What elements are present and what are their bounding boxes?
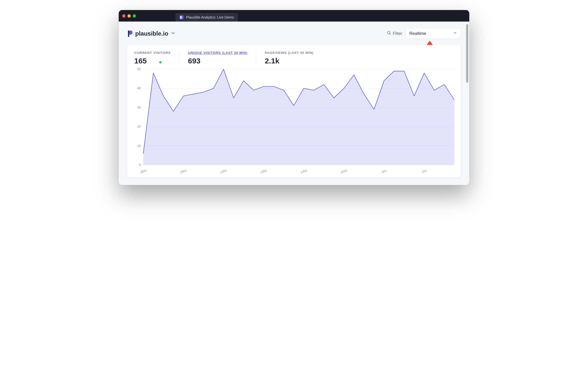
live-indicator-icon xyxy=(159,61,162,63)
svg-text:-10m: -10m xyxy=(339,168,348,174)
filter-label: Filter xyxy=(393,31,402,36)
maximize-window-button[interactable] xyxy=(133,14,136,18)
stat-label: CURRENT VISITORS xyxy=(134,51,171,55)
chevron-down-icon xyxy=(171,31,175,36)
stat-value: 2.1k xyxy=(265,57,314,65)
svg-text:-18m: -18m xyxy=(259,168,267,174)
date-range-select[interactable]: Realtime xyxy=(406,28,461,39)
stat-current-visitors[interactable]: CURRENT VISITORS 165 xyxy=(133,51,179,65)
svg-text:-6m: -6m xyxy=(380,169,387,174)
site-name: plausible.io xyxy=(135,30,168,37)
minimize-window-button[interactable] xyxy=(127,14,131,18)
realtime-chart: 01020304050-30m-26m-22m-18m-14m-10m-6m-2… xyxy=(133,68,455,175)
svg-line-1 xyxy=(390,34,391,34)
plausible-favicon-icon xyxy=(180,15,184,19)
chevron-down-icon xyxy=(453,31,457,36)
stat-label: PAGEVIEWS (LAST 30 MIN) xyxy=(265,51,314,55)
filter-button[interactable]: Filter xyxy=(387,31,402,36)
svg-text:-14m: -14m xyxy=(299,168,308,174)
dashboard-header: plausible.io Filter Realtime xyxy=(127,28,461,39)
svg-text:-22m: -22m xyxy=(219,168,227,174)
scrollbar-thumb[interactable] xyxy=(466,24,468,83)
header-controls: Filter Realtime xyxy=(387,28,461,39)
plausible-logo-icon xyxy=(127,30,133,37)
browser-window: Plausible Analytics: Live Demo plausible… xyxy=(119,10,469,185)
svg-text:-26m: -26m xyxy=(179,168,187,174)
date-range-label: Realtime xyxy=(409,31,426,36)
svg-text:20: 20 xyxy=(137,125,141,128)
browser-tab[interactable]: Plausible Analytics: Live Demo xyxy=(176,13,238,22)
svg-text:-2m: -2m xyxy=(420,169,427,174)
svg-text:40: 40 xyxy=(137,86,141,90)
svg-marker-16 xyxy=(143,69,454,165)
stat-unique-visitors[interactable]: UNIQUE VISITORS (LAST 30 MIN) 693 xyxy=(179,51,256,65)
stat-value: 693 xyxy=(188,57,247,65)
page-content: plausible.io Filter Realtime xyxy=(119,22,469,185)
svg-text:-30m: -30m xyxy=(139,168,147,174)
tab-title: Plausible Analytics: Live Demo xyxy=(186,15,234,19)
vertical-scrollbar[interactable] xyxy=(466,24,468,178)
stat-pageviews[interactable]: PAGEVIEWS (LAST 30 MIN) 2.1k xyxy=(256,51,322,65)
svg-text:0: 0 xyxy=(139,163,141,167)
svg-text:50: 50 xyxy=(137,67,141,71)
site-picker[interactable]: plausible.io xyxy=(127,30,175,37)
search-icon xyxy=(387,31,391,36)
stat-value: 165 xyxy=(134,57,147,65)
svg-text:10: 10 xyxy=(137,144,141,148)
svg-text:30: 30 xyxy=(137,106,141,109)
stats-row: CURRENT VISITORS 165 UNIQUE VISITORS (LA… xyxy=(133,51,455,65)
realtime-card: CURRENT VISITORS 165 UNIQUE VISITORS (LA… xyxy=(127,45,461,177)
close-window-button[interactable] xyxy=(122,14,125,18)
stat-label: UNIQUE VISITORS (LAST 30 MIN) xyxy=(188,51,247,55)
titlebar: Plausible Analytics: Live Demo xyxy=(119,10,469,22)
window-controls xyxy=(122,14,136,18)
